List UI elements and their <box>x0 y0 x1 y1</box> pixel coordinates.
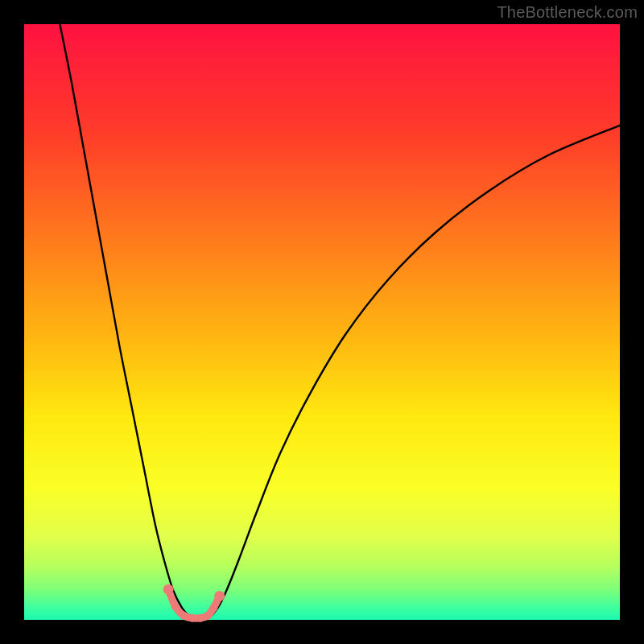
watermark-text: TheBottleneck.com <box>497 3 638 22</box>
valley-marker-dot <box>214 591 225 601</box>
outer-frame: TheBottleneck.com <box>0 0 644 644</box>
plot-area <box>24 24 620 620</box>
valley-marker-dot <box>196 614 204 622</box>
valley-marker-dot <box>171 603 180 611</box>
valley-marker-dot <box>188 614 196 622</box>
valley-marker-dot <box>180 612 188 620</box>
bottleneck-chart <box>0 0 644 644</box>
valley-marker-dot <box>204 612 212 620</box>
valley-marker-dot <box>163 584 174 595</box>
valley-marker-dot <box>209 604 217 612</box>
